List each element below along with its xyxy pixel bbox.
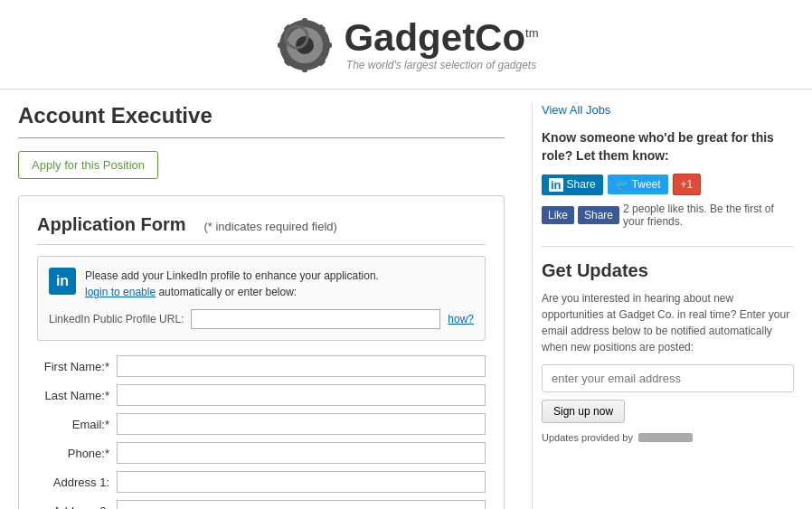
updates-description: Are you interested in hearing about new … <box>542 290 794 355</box>
share-section: Know someone who'd be great for this rol… <box>542 129 794 228</box>
signup-button[interactable]: Sign up now <box>542 400 625 423</box>
svg-rect-5 <box>278 42 287 48</box>
brand-block: GadgetCotm The world's largest selection… <box>344 19 538 71</box>
input-address1[interactable] <box>117 471 486 493</box>
gear-icon <box>273 14 336 77</box>
linkedin-login-link[interactable]: login to enable <box>85 286 156 298</box>
linkedin-share-icon: in <box>549 178 563 192</box>
application-form-box: Application Form (* indicates required f… <box>18 195 505 509</box>
right-column: View All Jobs Know someone who'd be grea… <box>532 103 794 509</box>
left-column: Account Executive Apply for this Positio… <box>18 103 532 509</box>
svg-rect-4 <box>302 63 307 72</box>
get-updates-section: Get Updates Are you interested in hearin… <box>542 246 794 443</box>
page-header: GadgetCotm The world's largest selection… <box>0 0 812 90</box>
main-content: Account Executive Apply for this Positio… <box>0 90 812 509</box>
input-phone[interactable] <box>117 442 486 464</box>
form-row-phone: Phone:* <box>37 442 486 464</box>
linkedin-url-input[interactable] <box>191 309 440 329</box>
input-address2[interactable] <box>117 500 486 509</box>
fb-like-button[interactable]: Like <box>542 206 574 224</box>
brand-name: GadgetCotm <box>344 16 538 59</box>
email-updates-input[interactable] <box>542 364 794 392</box>
twitter-icon: 🐦 <box>615 178 628 191</box>
form-header: Application Form (* indicates required f… <box>37 214 486 245</box>
label-address1: Address 1: <box>37 476 109 489</box>
input-last-name[interactable] <box>117 384 486 406</box>
share-prompt: Know someone who'd be great for this rol… <box>542 129 794 165</box>
form-row-address1: Address 1: <box>37 471 486 493</box>
label-email: Email:* <box>37 418 109 431</box>
linkedin-box: in Please add your LinkedIn profile to e… <box>37 256 486 341</box>
tweet-button[interactable]: 🐦 Tweet <box>608 174 668 194</box>
label-first-name: First Name:* <box>37 360 109 373</box>
form-row-address2: Address 2: <box>37 500 486 509</box>
fb-like-count: 2 people like this. Be the first of your… <box>623 203 794 228</box>
linkedin-logo-icon: in <box>49 268 76 295</box>
input-first-name[interactable] <box>117 355 486 377</box>
label-last-name: Last Name:* <box>37 389 109 402</box>
share-buttons-row1: in Share 🐦 Tweet +1 <box>542 174 794 195</box>
tagline: The world's largest selection of gadgets <box>344 59 538 71</box>
facebook-row: Like Share 2 people like this. Be the fi… <box>542 203 794 228</box>
gplus-button[interactable]: +1 <box>673 174 702 195</box>
logo-area: GadgetCotm The world's largest selection… <box>273 14 538 77</box>
svg-rect-6 <box>323 42 332 48</box>
linkedin-url-label: LinkedIn Public Profile URL: <box>49 313 184 325</box>
form-row-first-name: First Name:* <box>37 355 486 377</box>
label-address2: Address 2: <box>37 504 109 510</box>
job-title: Account Executive <box>18 103 505 128</box>
required-note: (* indicates required field) <box>203 220 336 233</box>
updates-title: Get Updates <box>542 260 794 281</box>
linkedin-top: in Please add your LinkedIn profile to e… <box>49 268 474 300</box>
label-phone: Phone:* <box>37 447 109 460</box>
fb-share-button[interactable]: Share <box>578 206 619 224</box>
view-all-jobs-link[interactable]: View All Jobs <box>542 103 794 117</box>
linkedin-share-button[interactable]: in Share <box>542 174 603 195</box>
svg-rect-3 <box>302 18 307 27</box>
form-row-email: Email:* <box>37 413 486 435</box>
updates-provider: Updates provided by <box>542 432 794 443</box>
linkedin-prompt-text: Please add your LinkedIn profile to enha… <box>85 268 379 300</box>
linkedin-how-link[interactable]: how? <box>448 313 474 325</box>
input-email[interactable] <box>117 413 486 435</box>
form-row-last-name: Last Name:* <box>37 384 486 406</box>
form-fields: First Name:*Last Name:*Email:*Phone:*Add… <box>37 355 486 509</box>
linkedin-url-row: LinkedIn Public Profile URL: how? <box>49 309 474 329</box>
title-divider <box>18 137 505 138</box>
apply-button[interactable]: Apply for this Position <box>18 151 158 179</box>
provider-logo <box>638 433 693 442</box>
form-title: Application Form <box>37 214 185 235</box>
